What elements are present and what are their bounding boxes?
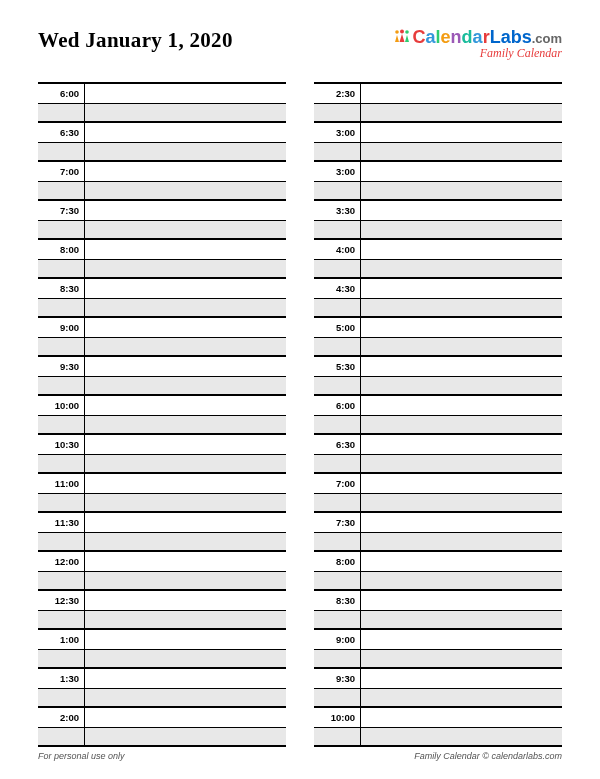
entry-field[interactable] — [361, 416, 562, 434]
entry-field[interactable] — [85, 260, 286, 278]
entry-field[interactable] — [85, 377, 286, 395]
entry-field[interactable] — [85, 708, 286, 727]
entry-field[interactable] — [361, 474, 562, 493]
entry-field[interactable] — [361, 728, 562, 746]
entry-field[interactable] — [361, 533, 562, 551]
entry-field[interactable] — [85, 143, 286, 161]
footer-left: For personal use only — [38, 751, 125, 761]
entry-field[interactable] — [361, 669, 562, 688]
entry-field[interactable] — [85, 357, 286, 376]
calendarlabs-logo: CalendarLabs.com Family Calendar — [393, 28, 562, 59]
time-slot: 11:30 — [38, 513, 286, 533]
svg-point-2 — [405, 30, 409, 34]
entry-field[interactable] — [361, 221, 562, 239]
entry-field[interactable] — [361, 260, 562, 278]
entry-field[interactable] — [85, 572, 286, 590]
entry-field[interactable] — [361, 591, 562, 610]
entry-field[interactable] — [361, 279, 562, 298]
time-slot: 2:30 — [314, 84, 562, 104]
entry-field[interactable] — [361, 338, 562, 356]
entry-field[interactable] — [361, 650, 562, 668]
time-label — [38, 728, 85, 746]
entry-field[interactable] — [85, 182, 286, 200]
entry-field[interactable] — [361, 396, 562, 415]
time-label: 8:00 — [38, 240, 85, 259]
time-label: 6:00 — [314, 396, 361, 415]
time-slot: 7:30 — [38, 201, 286, 221]
time-label: 8:00 — [314, 552, 361, 571]
entry-field[interactable] — [85, 435, 286, 454]
entry-field[interactable] — [85, 669, 286, 688]
entry-field[interactable] — [85, 630, 286, 649]
time-label: 3:30 — [314, 201, 361, 220]
entry-field[interactable] — [85, 591, 286, 610]
time-label: 2:30 — [314, 84, 361, 103]
entry-field[interactable] — [361, 299, 562, 317]
entry-field[interactable] — [85, 552, 286, 571]
time-slot — [38, 533, 286, 553]
time-slot: 5:00 — [314, 318, 562, 338]
time-slot: 6:30 — [38, 123, 286, 143]
entry-field[interactable] — [85, 338, 286, 356]
time-label: 5:30 — [314, 357, 361, 376]
entry-field[interactable] — [361, 182, 562, 200]
entry-field[interactable] — [85, 104, 286, 122]
entry-field[interactable] — [361, 104, 562, 122]
entry-field[interactable] — [85, 494, 286, 512]
entry-field[interactable] — [361, 357, 562, 376]
entry-field[interactable] — [85, 474, 286, 493]
entry-field[interactable] — [85, 533, 286, 551]
entry-field[interactable] — [361, 494, 562, 512]
time-label — [314, 221, 361, 239]
entry-field[interactable] — [85, 318, 286, 337]
entry-field[interactable] — [361, 123, 562, 142]
entry-field[interactable] — [85, 689, 286, 707]
left-column: 6:006:307:007:308:008:309:009:3010:0010:… — [38, 82, 286, 747]
entry-field[interactable] — [361, 318, 562, 337]
time-label — [38, 182, 85, 200]
entry-field[interactable] — [361, 201, 562, 220]
time-label — [314, 338, 361, 356]
entry-field[interactable] — [361, 455, 562, 473]
time-slot — [38, 455, 286, 475]
entry-field[interactable] — [361, 435, 562, 454]
entry-field[interactable] — [85, 650, 286, 668]
entry-field[interactable] — [361, 689, 562, 707]
entry-field[interactable] — [361, 708, 562, 727]
entry-field[interactable] — [85, 123, 286, 142]
entry-field[interactable] — [85, 455, 286, 473]
entry-field[interactable] — [361, 84, 562, 103]
entry-field[interactable] — [85, 728, 286, 746]
entry-field[interactable] — [85, 84, 286, 103]
entry-field[interactable] — [361, 513, 562, 532]
time-slot — [314, 143, 562, 163]
time-slot — [38, 260, 286, 280]
entry-field[interactable] — [361, 611, 562, 629]
entry-field[interactable] — [361, 572, 562, 590]
time-slot — [38, 299, 286, 319]
time-label — [314, 533, 361, 551]
entry-field[interactable] — [361, 377, 562, 395]
entry-field[interactable] — [361, 240, 562, 259]
time-slot: 10:00 — [38, 396, 286, 416]
entry-field[interactable] — [85, 611, 286, 629]
entry-field[interactable] — [361, 552, 562, 571]
entry-field[interactable] — [85, 279, 286, 298]
entry-field[interactable] — [85, 396, 286, 415]
entry-field[interactable] — [361, 162, 562, 181]
entry-field[interactable] — [361, 143, 562, 161]
time-label — [314, 182, 361, 200]
entry-field[interactable] — [85, 240, 286, 259]
time-slot — [314, 728, 562, 748]
time-slot — [314, 650, 562, 670]
entry-field[interactable] — [85, 221, 286, 239]
entry-field[interactable] — [361, 630, 562, 649]
entry-field[interactable] — [85, 513, 286, 532]
time-label — [314, 416, 361, 434]
entry-field[interactable] — [85, 416, 286, 434]
entry-field[interactable] — [85, 299, 286, 317]
time-slot — [38, 104, 286, 124]
entry-field[interactable] — [85, 162, 286, 181]
entry-field[interactable] — [85, 201, 286, 220]
time-label — [314, 455, 361, 473]
